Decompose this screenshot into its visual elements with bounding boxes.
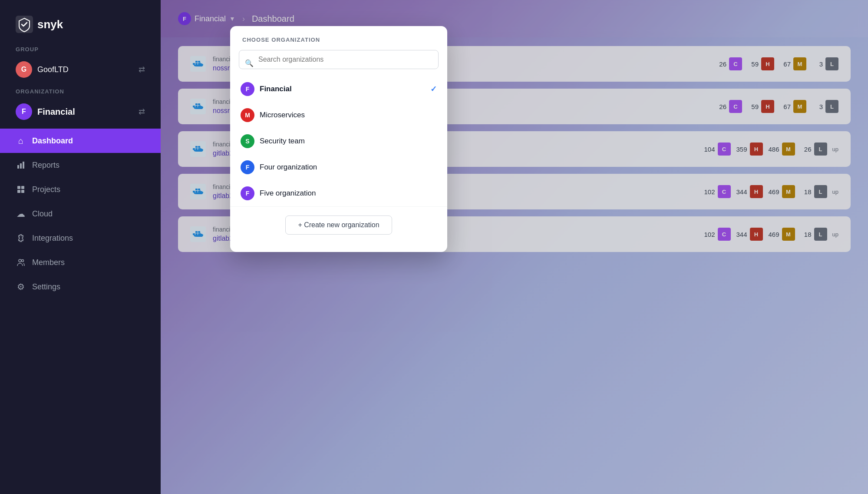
org-list: F Financial ✓ M Microservices S Security… bbox=[230, 76, 447, 206]
svg-point-9 bbox=[22, 260, 24, 262]
org-name: Financial bbox=[37, 107, 75, 117]
org-name-five-org: Five organization bbox=[260, 189, 316, 198]
modal-overlay[interactable]: CHOOSE ORGANIZATION 🔍 F Financial ✓ M Mi… bbox=[161, 0, 868, 494]
search-input[interactable] bbox=[239, 50, 439, 69]
org-name-microservices: Microservices bbox=[260, 111, 305, 119]
home-icon: ⌂ bbox=[16, 136, 26, 146]
svg-point-8 bbox=[19, 259, 21, 262]
main-content: F Financial ▼ › Dashboard financia bbox=[161, 0, 868, 494]
group-avatar: G bbox=[16, 61, 32, 78]
cloud-icon: ☁ bbox=[16, 209, 26, 219]
sidebar-item-dashboard[interactable]: ⌂ Dashboard bbox=[0, 129, 161, 153]
svg-rect-1 bbox=[17, 165, 19, 169]
sidebar-item-members[interactable]: Members bbox=[0, 250, 161, 275]
group-label: GROUP bbox=[0, 46, 161, 58]
sidebar-item-label: Integrations bbox=[32, 234, 73, 243]
sidebar: snyk GROUP G GoofLTD ⇄ ORGANIZATION F Fi… bbox=[0, 0, 161, 494]
svg-rect-5 bbox=[21, 186, 24, 189]
logo-text: snyk bbox=[37, 18, 63, 31]
org-name-financial: Financial bbox=[260, 85, 292, 93]
org-avatar-financial: F bbox=[241, 82, 254, 96]
org-avatar-four-org: F bbox=[241, 160, 254, 174]
group-info: G GoofLTD bbox=[16, 61, 69, 78]
org-row: F Financial ⇄ bbox=[0, 100, 161, 129]
sidebar-item-label: Dashboard bbox=[32, 136, 73, 146]
sidebar-item-label: Reports bbox=[32, 161, 59, 170]
org-avatar: F bbox=[16, 103, 32, 120]
sidebar-item-settings[interactable]: ⚙ Settings bbox=[0, 275, 161, 299]
group-row: G GoofLTD ⇄ bbox=[0, 58, 161, 88]
modal-footer: + Create new organization bbox=[230, 206, 447, 243]
org-name-four-org: Four organization bbox=[260, 163, 317, 172]
group-name: GoofLTD bbox=[37, 65, 69, 74]
svg-rect-3 bbox=[23, 162, 24, 169]
bar-chart-icon bbox=[16, 160, 26, 170]
svg-rect-4 bbox=[17, 186, 20, 189]
sidebar-item-label: Cloud bbox=[32, 209, 53, 219]
org-list-item-microservices[interactable]: M Microservices bbox=[234, 102, 444, 128]
org-avatar-microservices: M bbox=[241, 108, 254, 122]
snyk-logo-icon bbox=[16, 16, 33, 33]
sidebar-item-projects[interactable]: Projects bbox=[0, 177, 161, 202]
gear-icon: ⚙ bbox=[16, 282, 26, 292]
sidebar-item-label: Projects bbox=[32, 185, 60, 194]
svg-rect-2 bbox=[20, 163, 22, 169]
svg-rect-7 bbox=[21, 190, 24, 193]
sidebar-item-label: Settings bbox=[32, 282, 60, 292]
org-label: ORGANIZATION bbox=[0, 88, 161, 100]
sidebar-item-cloud[interactable]: ☁ Cloud bbox=[0, 202, 161, 226]
search-wrap: 🔍 bbox=[230, 50, 447, 76]
org-list-item-four-org[interactable]: F Four organization bbox=[234, 154, 444, 180]
modal-title: CHOOSE ORGANIZATION bbox=[230, 26, 447, 50]
org-avatar-security-team: S bbox=[241, 134, 254, 148]
sidebar-item-reports[interactable]: Reports bbox=[0, 153, 161, 177]
sidebar-item-integrations[interactable]: Integrations bbox=[0, 226, 161, 250]
search-icon: 🔍 bbox=[245, 59, 254, 67]
puzzle-icon bbox=[16, 233, 26, 243]
logo: snyk bbox=[0, 0, 161, 46]
org-name-security-team: Security team bbox=[260, 137, 305, 146]
check-icon: ✓ bbox=[430, 84, 437, 94]
org-avatar-five-org: F bbox=[241, 186, 254, 200]
org-info: F Financial bbox=[16, 103, 75, 120]
choose-org-modal: CHOOSE ORGANIZATION 🔍 F Financial ✓ M Mi… bbox=[230, 26, 447, 252]
users-icon bbox=[16, 257, 26, 268]
org-list-item-financial[interactable]: F Financial ✓ bbox=[234, 76, 444, 102]
sidebar-item-label: Members bbox=[32, 258, 65, 267]
org-list-item-security-team[interactable]: S Security team bbox=[234, 128, 444, 154]
svg-rect-6 bbox=[17, 190, 20, 193]
create-org-button[interactable]: + Create new organization bbox=[285, 216, 392, 235]
group-switch-icon[interactable]: ⇄ bbox=[139, 65, 145, 74]
grid-icon bbox=[16, 184, 26, 195]
org-switch-icon[interactable]: ⇄ bbox=[139, 107, 145, 116]
org-list-item-five-org[interactable]: F Five organization bbox=[234, 180, 444, 206]
